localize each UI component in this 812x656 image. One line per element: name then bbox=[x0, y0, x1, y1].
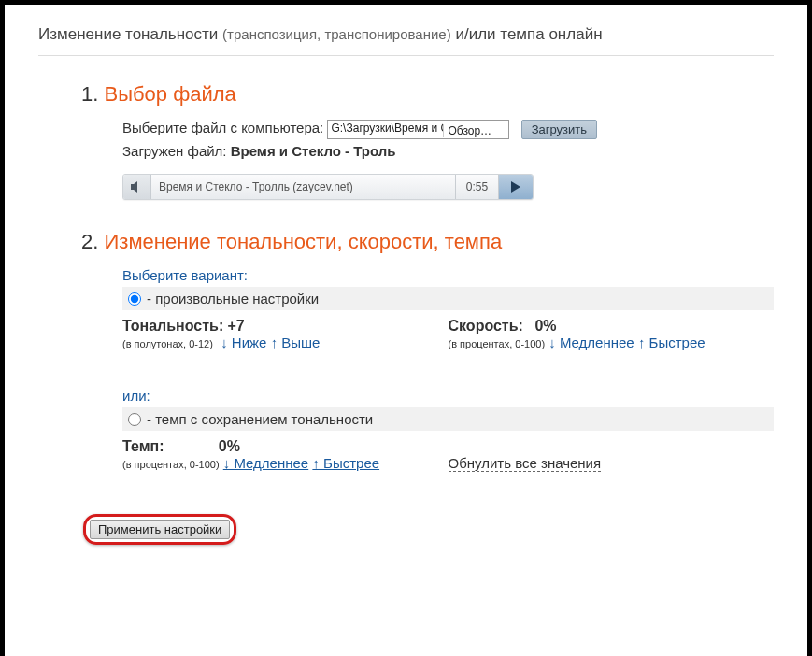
option-custom-radio[interactable] bbox=[128, 292, 141, 306]
player-time: 0:55 bbox=[456, 175, 499, 199]
player-track-title[interactable]: Время и Стекло - Тролль (zaycev.net) bbox=[151, 175, 456, 199]
uploaded-file-row: Загружен файл: Время и Стекло - Троль bbox=[122, 143, 774, 159]
step1-heading: 1. Выбор файла bbox=[81, 82, 774, 107]
browse-button[interactable]: Обзор… bbox=[443, 124, 499, 137]
file-input[interactable]: G:\Загрузки\Время и СОбзор… bbox=[327, 120, 509, 139]
title-tail: и/или темпа онлайн bbox=[455, 25, 602, 43]
tempo-note: (в процентах, 0-100) bbox=[122, 459, 220, 470]
option-tempo-keep-row[interactable]: - темп с сохранением тональности bbox=[122, 407, 774, 431]
or-label: или: bbox=[122, 388, 774, 404]
speed-value: 0% bbox=[534, 318, 556, 334]
step1-title: Выбор файла bbox=[104, 82, 235, 106]
choose-variant-label: Выберите вариант: bbox=[122, 267, 774, 283]
choose-file-label: Выберите файл с компьютера: bbox=[122, 120, 323, 135]
tone-label: Тональность: bbox=[122, 318, 223, 334]
tone-up-link[interactable]: ↑ Выше bbox=[271, 335, 321, 350]
tone-value: +7 bbox=[227, 318, 244, 334]
tempo-label: Темп: bbox=[122, 438, 164, 454]
step2-heading: 2. Изменение тональности, скорости, темп… bbox=[81, 230, 774, 254]
uploaded-label: Загружен файл: bbox=[122, 143, 227, 159]
step2-title: Изменение тональности, скорости, темпа bbox=[104, 230, 502, 253]
uploaded-filename: Время и Стекло - Троль bbox=[231, 143, 396, 159]
upload-button[interactable]: Загрузить bbox=[521, 120, 597, 139]
tone-down-link[interactable]: ↓ Ниже bbox=[221, 335, 266, 350]
speed-up-link[interactable]: ↑ Быстрее bbox=[638, 335, 705, 350]
title-sub: (транспозиция, транспонирование) bbox=[222, 26, 451, 42]
audio-player: Время и Стекло - Тролль (zaycev.net) 0:5… bbox=[122, 174, 534, 200]
apply-highlight: Применить настройки bbox=[83, 514, 236, 545]
tempo-value: 0% bbox=[219, 438, 240, 454]
choose-file-row: Выберите файл с компьютера: G:\Загрузки\… bbox=[122, 120, 774, 139]
speed-label: Скорость: bbox=[449, 318, 523, 334]
file-path-text: G:\Загрузки\Время и С bbox=[331, 121, 443, 135]
play-button[interactable] bbox=[499, 175, 533, 199]
tempo-down-link[interactable]: ↓ Медленнее bbox=[223, 455, 308, 471]
page-title: Изменение тональности (транспозиция, тра… bbox=[38, 16, 774, 56]
step2-num: 2. bbox=[81, 230, 98, 253]
title-main: Изменение тональности bbox=[38, 25, 218, 43]
tone-note: (в полутонах, 0-12) bbox=[122, 338, 213, 349]
volume-icon[interactable] bbox=[123, 175, 151, 199]
speed-note: (в процентах, 0-100) bbox=[449, 338, 546, 349]
option-custom-row[interactable]: - произвольные настройки bbox=[122, 287, 774, 310]
speed-down-link[interactable]: ↓ Медленнее bbox=[548, 335, 634, 350]
apply-button[interactable]: Применить настройки bbox=[90, 520, 230, 539]
option-custom-label: - произвольные настройки bbox=[147, 291, 319, 307]
tempo-up-link[interactable]: ↑ Быстрее bbox=[312, 455, 379, 471]
option-tempo-keep-radio[interactable] bbox=[128, 413, 141, 426]
option-tempo-keep-label: - темп с сохранением тональности bbox=[147, 411, 373, 427]
svg-marker-1 bbox=[511, 181, 520, 193]
reset-link[interactable]: Обнулить все значения bbox=[449, 455, 602, 472]
svg-marker-0 bbox=[131, 181, 137, 193]
step1-num: 1. bbox=[81, 82, 98, 106]
